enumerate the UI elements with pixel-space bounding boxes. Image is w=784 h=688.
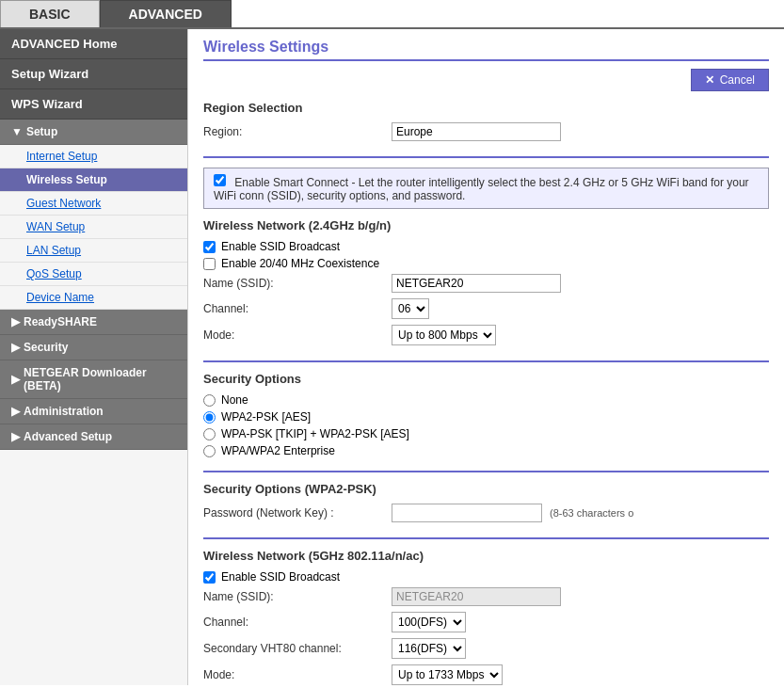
mode-5g-select[interactable]: Up to 1733 Mbps bbox=[392, 664, 503, 685]
ssid-24-label: Name (SSID): bbox=[203, 277, 392, 290]
mode-5g-row: Mode: Up to 1733 Mbps bbox=[203, 664, 769, 685]
enable-ssid-5g-checkbox[interactable] bbox=[203, 571, 216, 584]
sidebar: ADVANCED Home Setup Wizard WPS Wizard ▼ … bbox=[0, 29, 188, 685]
sidebar-item-wan-setup[interactable]: WAN Setup bbox=[0, 216, 187, 239]
chevron-right-icon-2: ▶ bbox=[11, 341, 20, 354]
security-none-row: None bbox=[203, 393, 769, 407]
cancel-button[interactable]: ✕ Cancel bbox=[691, 69, 769, 91]
smart-connect-row: Enable Smart Connect - Let the router in… bbox=[203, 168, 769, 209]
security-wpa2-radio[interactable] bbox=[203, 411, 216, 424]
security-wpa-wpa2-label: WPA-PSK [TKIP] + WPA2-PSK [AES] bbox=[221, 427, 409, 440]
channel-24-label: Channel: bbox=[203, 302, 392, 315]
ssid-5g-row: Name (SSID): bbox=[203, 587, 769, 606]
sidebar-item-guest-network[interactable]: Guest Network bbox=[0, 192, 187, 216]
enable-2040-label: Enable 20/40 MHz Coexistence bbox=[221, 257, 379, 270]
wireless-5g-section: Wireless Network (5GHz 802.11a/n/ac) Ena… bbox=[203, 549, 769, 685]
region-section-title: Region Selection bbox=[203, 101, 769, 115]
sidebar-section-administration[interactable]: ▶ Administration bbox=[0, 399, 187, 424]
region-label: Region: bbox=[203, 125, 392, 138]
security-wpa2-title: Security Options (WPA2-PSK) bbox=[203, 482, 769, 496]
region-row: Region: bbox=[203, 122, 769, 141]
sidebar-item-internet-setup[interactable]: Internet Setup bbox=[0, 145, 187, 168]
enable-ssid-24-row: Enable SSID Broadcast bbox=[203, 240, 769, 253]
mode-24-select[interactable]: Up to 800 Mbps bbox=[392, 325, 496, 345]
security-wpa2-section: Security Options (WPA2-PSK) Password (Ne… bbox=[203, 482, 769, 539]
chevron-down-icon: ▼ bbox=[11, 125, 23, 138]
wireless-5g-title: Wireless Network (5GHz 802.11a/n/ac) bbox=[203, 549, 769, 563]
chevron-right-icon-4: ▶ bbox=[11, 405, 20, 418]
wireless-24-section: Wireless Network (2.4GHz b/g/n) Enable S… bbox=[203, 218, 769, 362]
sidebar-section-advanced-setup[interactable]: ▶ Advanced Setup bbox=[0, 424, 187, 450]
tab-advanced[interactable]: ADVANCED bbox=[100, 0, 232, 27]
mode-5g-label: Mode: bbox=[203, 668, 392, 681]
sidebar-section-setup[interactable]: ▼ Setup bbox=[0, 120, 187, 145]
sidebar-item-wireless-setup[interactable]: Wireless Setup bbox=[0, 168, 187, 192]
mode-24-row: Mode: Up to 800 Mbps bbox=[203, 325, 769, 345]
ssid-24-input[interactable] bbox=[392, 274, 561, 293]
sidebar-item-advanced-home[interactable]: ADVANCED Home bbox=[0, 29, 187, 59]
sidebar-item-qos-setup[interactable]: QoS Setup bbox=[0, 263, 187, 286]
tab-basic[interactable]: BASIC bbox=[0, 0, 100, 27]
wireless-24-title: Wireless Network (2.4GHz b/g/n) bbox=[203, 218, 769, 232]
enable-ssid-24-label: Enable SSID Broadcast bbox=[221, 240, 340, 253]
toolbar: ✕ Cancel bbox=[203, 69, 769, 91]
channel-5g-row: Channel: 100(DFS) 3640149 bbox=[203, 612, 769, 632]
sidebar-item-device-name[interactable]: Device Name bbox=[0, 286, 187, 310]
smart-connect-checkbox[interactable] bbox=[214, 174, 226, 186]
ssid-5g-input[interactable] bbox=[392, 587, 561, 606]
region-input[interactable] bbox=[392, 122, 561, 141]
security-wpa2-row: WPA2-PSK [AES] bbox=[203, 410, 769, 424]
page-title: Wireless Settings bbox=[203, 39, 769, 61]
enable-ssid-5g-label: Enable SSID Broadcast bbox=[221, 570, 340, 584]
secondary-vht-row: Secondary VHT80 channel: 116(DFS) 364014… bbox=[203, 638, 769, 659]
security-none-radio[interactable] bbox=[203, 394, 216, 407]
content-area: Wireless Settings ✕ Cancel Region Select… bbox=[188, 29, 784, 685]
security-enterprise-row: WPA/WPA2 Enterprise bbox=[203, 444, 769, 457]
password-hint: (8-63 characters o bbox=[550, 507, 633, 519]
sidebar-item-wps-wizard[interactable]: WPS Wizard bbox=[0, 89, 187, 120]
main-layout: ADVANCED Home Setup Wizard WPS Wizard ▼ … bbox=[0, 29, 784, 685]
channel-24-select[interactable]: 06 01020304 05070809 1011 bbox=[392, 298, 429, 319]
smart-connect-text: Enable Smart Connect - Let the router in… bbox=[214, 176, 749, 202]
channel-5g-select[interactable]: 100(DFS) 3640149 bbox=[392, 612, 466, 632]
mode-24-label: Mode: bbox=[203, 328, 392, 342]
sidebar-item-setup-wizard[interactable]: Setup Wizard bbox=[0, 59, 187, 89]
channel-5g-label: Channel: bbox=[203, 616, 392, 629]
ssid-5g-label: Name (SSID): bbox=[203, 590, 392, 603]
sidebar-item-lan-setup[interactable]: LAN Setup bbox=[0, 239, 187, 263]
security-enterprise-radio[interactable] bbox=[203, 445, 216, 457]
security-options-title: Security Options bbox=[203, 372, 769, 386]
security-enterprise-label: WPA/WPA2 Enterprise bbox=[221, 444, 335, 457]
chevron-right-icon-3: ▶ bbox=[11, 373, 20, 386]
sidebar-section-security[interactable]: ▶ Security bbox=[0, 335, 187, 360]
password-input[interactable] bbox=[392, 504, 542, 522]
security-wpa2-label: WPA2-PSK [AES] bbox=[221, 410, 311, 424]
region-section: Region Selection Region: bbox=[203, 101, 769, 158]
password-label: Password (Network Key) : bbox=[203, 506, 392, 520]
secondary-vht-label: Secondary VHT80 channel: bbox=[203, 642, 392, 655]
security-options-section: Security Options None WPA2-PSK [AES] WPA… bbox=[203, 372, 769, 472]
enable-2040-row: Enable 20/40 MHz Coexistence bbox=[203, 257, 769, 270]
sidebar-section-readyshare[interactable]: ▶ ReadySHARE bbox=[0, 310, 187, 335]
top-tabs: BASIC ADVANCED bbox=[0, 0, 784, 29]
channel-24-row: Channel: 06 01020304 05070809 1011 bbox=[203, 298, 769, 319]
enable-ssid-5g-row: Enable SSID Broadcast bbox=[203, 570, 769, 584]
security-wpa-wpa2-row: WPA-PSK [TKIP] + WPA2-PSK [AES] bbox=[203, 427, 769, 440]
ssid-24-row: Name (SSID): bbox=[203, 274, 769, 293]
security-wpa-wpa2-radio[interactable] bbox=[203, 428, 216, 440]
secondary-vht-select[interactable]: 116(DFS) 3640149 bbox=[392, 638, 466, 659]
security-none-label: None bbox=[221, 393, 248, 407]
chevron-right-icon: ▶ bbox=[11, 315, 20, 328]
enable-ssid-24-checkbox[interactable] bbox=[203, 241, 216, 253]
password-row: Password (Network Key) : (8-63 character… bbox=[203, 504, 769, 522]
chevron-right-icon-5: ▶ bbox=[11, 430, 20, 443]
enable-2040-checkbox[interactable] bbox=[203, 258, 216, 270]
sidebar-section-netgear[interactable]: ▶ NETGEAR Downloader (BETA) bbox=[0, 360, 187, 399]
close-icon: ✕ bbox=[705, 73, 714, 87]
